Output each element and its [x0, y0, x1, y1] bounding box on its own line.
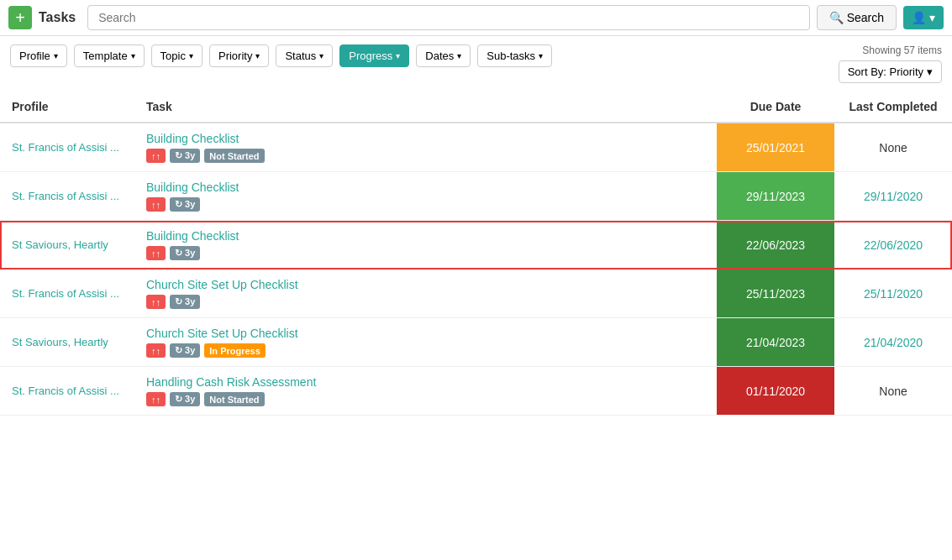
table-row: St Saviours, HeartlyBuilding Checklist↑↑…	[0, 221, 952, 270]
add-task-button[interactable]: +	[8, 6, 32, 29]
task-name[interactable]: Building Checklist	[146, 132, 705, 145]
chevron-down-icon: ▾	[131, 51, 135, 60]
user-menu-button[interactable]: 👤 ▾	[903, 6, 944, 29]
due-date-cell: 25/01/2021	[717, 123, 834, 172]
filter-bar: Profile▾ Template▾ Topic▾ Priority▾ Stat…	[10, 44, 822, 67]
showing-text: Showing 57 items	[839, 44, 942, 56]
task-cell: Building Checklist↑↑↻ 3y	[134, 221, 717, 270]
task-tag: ↻ 3y	[170, 246, 200, 260]
col-profile: Profile	[0, 92, 134, 123]
table-row: St. Francis of Assisi ...Building Checkl…	[0, 172, 952, 221]
chevron-down-icon: ▾	[54, 51, 58, 60]
chevron-down-icon: ▾	[457, 51, 461, 60]
task-name[interactable]: Building Checklist	[146, 181, 705, 194]
search-input[interactable]	[87, 5, 809, 30]
dropdown-icon: ▾	[929, 11, 935, 24]
filter-subtasks[interactable]: Sub-tasks▾	[477, 44, 552, 67]
filter-topic[interactable]: Topic▾	[151, 44, 202, 67]
due-date-cell: 21/04/2023	[717, 318, 834, 367]
task-tags: ↑↑↻ 3yNot Started	[146, 149, 705, 163]
profile-cell[interactable]: St. Francis of Assisi ...	[0, 270, 134, 318]
last-completed-cell: None	[834, 123, 952, 172]
col-due-date: Due Date	[717, 92, 834, 123]
user-icon: 👤	[912, 11, 926, 24]
table-row: St. Francis of Assisi ...Building Checkl…	[0, 123, 952, 172]
sort-area: Showing 57 items Sort By: Priority ▾	[822, 44, 942, 83]
table-row: St Saviours, HeartlyChurch Site Set Up C…	[0, 318, 952, 367]
filter-dates[interactable]: Dates▾	[416, 44, 471, 67]
due-date-cell: 01/11/2020	[717, 367, 834, 416]
task-cell: Church Site Set Up Checklist↑↑↻ 3yIn Pro…	[134, 318, 717, 367]
task-tag: ↻ 3y	[170, 392, 200, 406]
chevron-down-icon: ▾	[927, 65, 933, 78]
filter-priority[interactable]: Priority▾	[209, 44, 269, 67]
due-date-cell: 29/11/2023	[717, 172, 834, 221]
filter-profile[interactable]: Profile▾	[10, 44, 67, 67]
filter-status[interactable]: Status▾	[276, 44, 333, 67]
last-completed-cell: 21/04/2020	[834, 318, 952, 367]
last-completed-cell: 25/11/2020	[834, 270, 952, 318]
task-name[interactable]: Handling Cash Risk Assessment	[146, 375, 705, 389]
task-tag: ↻ 3y	[170, 343, 200, 358]
task-tags: ↑↑↻ 3y	[146, 197, 705, 212]
task-cell: Building Checklist↑↑↻ 3yNot Started	[134, 123, 717, 172]
task-tag: ↑↑	[146, 246, 166, 260]
task-tag: ↻ 3y	[170, 149, 200, 163]
task-tags: ↑↑↻ 3y	[146, 246, 705, 260]
col-task: Task	[134, 92, 717, 123]
due-date-cell: 25/11/2023	[717, 270, 834, 318]
app-title: Tasks	[39, 10, 76, 25]
chevron-down-icon: ▾	[189, 51, 193, 60]
task-tags: ↑↑↻ 3yNot Started	[146, 392, 705, 406]
task-tag: In Progress	[204, 343, 266, 358]
filter-template[interactable]: Template▾	[74, 44, 145, 67]
task-tag: Not Started	[204, 149, 264, 163]
search-icon: 🔍	[829, 11, 844, 24]
profile-cell[interactable]: St. Francis of Assisi ...	[0, 123, 134, 172]
task-name[interactable]: Church Site Set Up Checklist	[146, 278, 705, 291]
profile-cell[interactable]: St. Francis of Assisi ...	[0, 172, 134, 221]
task-tag: ↑↑	[146, 343, 166, 358]
task-tag: ↑↑	[146, 149, 166, 163]
table-header-row: Profile Task Due Date Last Completed	[0, 92, 952, 123]
app-header: + Tasks 🔍 Search 👤 ▾	[0, 0, 952, 36]
task-cell: Building Checklist↑↑↻ 3y	[134, 172, 717, 221]
task-tag: ↑↑	[146, 197, 166, 212]
task-tags: ↑↑↻ 3y	[146, 295, 705, 309]
filter-progress[interactable]: Progress▾	[339, 44, 409, 67]
last-completed-cell: None	[834, 367, 952, 416]
tasks-table: Profile Task Due Date Last Completed St.…	[0, 92, 952, 416]
task-name[interactable]: Church Site Set Up Checklist	[146, 327, 705, 340]
task-name[interactable]: Building Checklist	[146, 229, 705, 243]
task-cell: Handling Cash Risk Assessment↑↑↻ 3yNot S…	[134, 367, 717, 416]
task-tag: ↻ 3y	[170, 295, 200, 309]
chevron-down-icon: ▾	[319, 51, 323, 60]
last-completed-cell: 22/06/2020	[834, 221, 952, 270]
table-row: St. Francis of Assisi ...Handling Cash R…	[0, 367, 952, 416]
due-date-cell: 22/06/2023	[717, 221, 834, 270]
task-tag: Not Started	[204, 392, 264, 406]
tasks-table-container: Profile Task Due Date Last Completed St.…	[0, 92, 952, 416]
task-tag: ↻ 3y	[170, 197, 200, 212]
profile-cell[interactable]: St Saviours, Heartly	[0, 318, 134, 367]
task-cell: Church Site Set Up Checklist↑↑↻ 3y	[134, 270, 717, 318]
chevron-down-icon: ▾	[539, 51, 543, 60]
plus-icon: +	[15, 8, 25, 28]
profile-cell[interactable]: St Saviours, Heartly	[0, 221, 134, 270]
chevron-down-icon: ▾	[255, 51, 260, 60]
chevron-down-icon: ▾	[396, 51, 400, 60]
table-row: St. Francis of Assisi ...Church Site Set…	[0, 270, 952, 318]
task-tag: ↑↑	[146, 295, 166, 309]
col-last-completed: Last Completed	[834, 92, 952, 123]
task-tag: ↑↑	[146, 392, 166, 406]
sort-button[interactable]: Sort By: Priority ▾	[839, 60, 942, 83]
last-completed-cell: 29/11/2020	[834, 172, 952, 221]
search-button[interactable]: 🔍 Search	[817, 5, 897, 30]
profile-cell[interactable]: St. Francis of Assisi ...	[0, 367, 134, 416]
task-tags: ↑↑↻ 3yIn Progress	[146, 343, 705, 358]
